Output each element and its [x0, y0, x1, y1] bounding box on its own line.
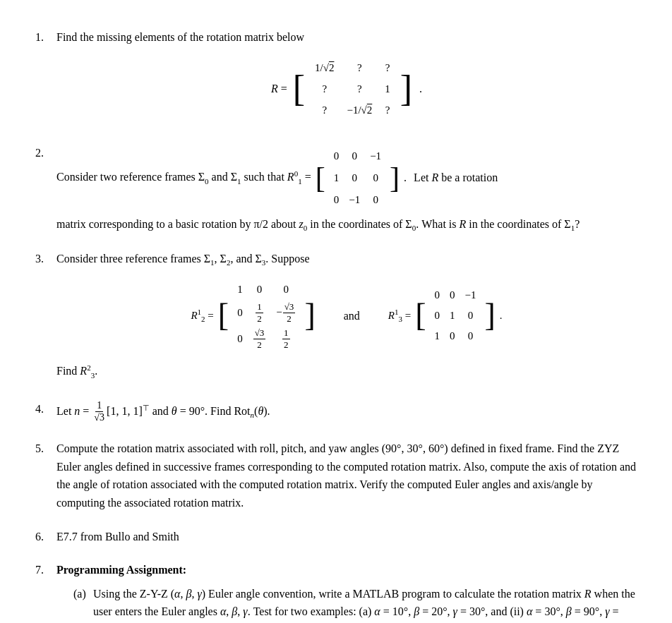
r3-right-bracket: ] — [485, 299, 496, 332]
period-3: . — [500, 307, 503, 324]
cell-2-1: ? — [322, 80, 327, 97]
problem-6-number: 6. — [35, 528, 52, 546]
problem-7: 7. Programming Assignment: (a) Using the… — [35, 561, 637, 623]
problem-1-text: Find the missing elements of the rotatio… — [56, 31, 304, 43]
r2-1-2: 0 — [257, 281, 263, 298]
right-bracket-2: ] — [390, 163, 400, 193]
right-bracket-1: ] — [400, 71, 412, 107]
problem-4-content: Let n = 1√3[1, 1, 1]⊤ and θ = 90°. Find … — [56, 400, 637, 425]
find-r23: Find R23. — [56, 362, 637, 382]
r3-2-1: 0 — [435, 307, 440, 324]
r2-left-bracket: [ — [218, 299, 229, 332]
r2-3-2: √32 — [253, 327, 267, 350]
r3-grid: 0 0 −1 0 1 0 1 0 0 — [431, 284, 481, 347]
problem-1: 1. Find the missing elements of the rota… — [35, 28, 637, 128]
r-label: R = — [271, 80, 287, 98]
problem-2-row: Consider two reference frames Σ0 and Σ1 … — [56, 144, 637, 212]
problem-7-header: Programming Assignment: — [56, 561, 637, 579]
problem-2-continued: matrix corresponding to a basic rotation… — [56, 215, 637, 235]
left-bracket-2: [ — [316, 163, 325, 193]
problem-1-matrix-eq: R = [ 1/√2 ? ? ? ? 1 ? −1/√2 ? ] . — [271, 56, 422, 121]
cell-2-2: ? — [357, 80, 362, 97]
r3-1-1: 0 — [435, 286, 440, 303]
cell-2-3: 1 — [385, 80, 390, 97]
m2-1-2: 0 — [352, 147, 357, 166]
cell-3-1: ? — [322, 102, 327, 119]
problem-2: 2. Consider two reference frames Σ0 and … — [35, 144, 637, 235]
programming-assignment-label: Programming Assignment: — [56, 564, 186, 576]
r2-grid: 1 0 0 0 12 −√32 0 √32 12 — [233, 278, 300, 353]
cell-1-2: ? — [357, 59, 362, 76]
r2-label-group: R12 = [ 1 0 0 0 12 −√32 0 √32 12 ] — [191, 278, 315, 353]
problem-6: 6. E7.7 from Bullo and Smith — [35, 528, 637, 546]
problem-5-number: 5. — [35, 440, 52, 458]
problem-1-number: 1. — [35, 28, 52, 47]
cell-1-1: 1/√2 — [315, 59, 334, 76]
m2-1-3: −1 — [370, 147, 381, 166]
period-2: . — [404, 168, 407, 188]
r3-1-2: 0 — [450, 286, 455, 303]
problem-5-content: Compute the rotation matrix associated w… — [56, 440, 637, 512]
r3-3-2: 0 — [450, 327, 455, 344]
r3-label-group: R13 = [ 0 0 −1 0 1 0 1 0 0 ] . — [388, 284, 503, 347]
cell-1-3: ? — [385, 59, 390, 76]
sub-a-label: (a) — [73, 585, 89, 623]
r3-1-3: −1 — [465, 286, 476, 303]
r3-3-1: 1 — [435, 327, 440, 344]
problem-2-number: 2. — [35, 144, 52, 162]
problem-3: 3. Consider three reference frames Σ1, Σ… — [35, 250, 637, 384]
r3-3-3: 0 — [468, 327, 474, 344]
problem-2-let: Let R be a rotation — [411, 168, 498, 188]
m2-2-1: 1 — [334, 169, 340, 188]
problem-7-number: 7. — [35, 561, 52, 579]
problem-2-intro: Consider two reference frames Σ0 and Σ1 … — [56, 167, 311, 188]
and-label-3: and — [344, 307, 360, 325]
problem-3-number: 3. — [35, 250, 52, 268]
cell-3-2: −1/√2 — [347, 102, 372, 119]
r2-2-2: 12 — [255, 301, 264, 324]
problem-3-matrices: R12 = [ 1 0 0 0 12 −√32 0 √32 12 ] — [56, 278, 637, 353]
problem-1-matrix-display: R = [ 1/√2 ? ? ? ? 1 ? −1/√2 ? ] . — [56, 56, 637, 121]
r3-label: R13 = — [388, 306, 411, 326]
r2-3-3: 12 — [282, 327, 291, 350]
r2-right-bracket: ] — [304, 299, 315, 332]
problem-5: 5. Compute the rotation matrix associate… — [35, 440, 637, 512]
problem-4: 4. Let n = 1√3[1, 1, 1]⊤ and θ = 90°. Fi… — [35, 400, 637, 425]
sub-a-text: Using the Z-Y-Z (α, β, γ) Euler angle co… — [93, 585, 637, 623]
r3-2-3: 0 — [468, 307, 474, 324]
matrix-2-grid: 0 0 −1 1 0 0 0 −1 0 — [330, 144, 385, 212]
r2-3-1: 0 — [237, 330, 243, 347]
m2-2-3: 0 — [373, 169, 378, 188]
problem-3-intro: Consider three reference frames Σ1, Σ2, … — [56, 250, 637, 270]
problem-1-content: Find the missing elements of the rotatio… — [56, 28, 637, 128]
sub-problem-a: (a) Using the Z-Y-Z (α, β, γ) Euler angl… — [73, 585, 637, 623]
r2-1-1: 1 — [237, 281, 243, 298]
left-bracket-1: [ — [293, 71, 305, 107]
problem-6-content: E7.7 from Bullo and Smith — [56, 528, 637, 546]
m2-3-2: −1 — [349, 190, 360, 210]
problem-4-number: 4. — [35, 400, 52, 418]
m2-3-3: 0 — [373, 190, 378, 210]
problem-5-text: Compute the rotation matrix associated w… — [56, 442, 636, 509]
r2-2-1: 0 — [237, 304, 243, 321]
m2-3-1: 0 — [334, 190, 340, 210]
r3-2-2: 1 — [450, 307, 455, 324]
problem-7-content: Programming Assignment: (a) Using the Z-… — [56, 561, 637, 623]
problem-3-content: Consider three reference frames Σ1, Σ2, … — [56, 250, 637, 384]
m2-2-2: 0 — [352, 169, 357, 188]
period-1: . — [419, 80, 422, 98]
r2-2-3: −√32 — [276, 301, 296, 324]
problem-6-text: E7.7 from Bullo and Smith — [56, 531, 179, 543]
r3-left-bracket: [ — [415, 299, 426, 332]
problem-2-content: Consider two reference frames Σ0 and Σ1 … — [56, 144, 637, 235]
r2-label: R12 = — [191, 306, 213, 326]
m2-1-1: 0 — [334, 147, 340, 166]
matrix-1-grid: 1/√2 ? ? ? ? 1 ? −1/√2 ? — [311, 56, 395, 121]
cell-3-3: ? — [385, 102, 390, 119]
r2-1-3: 0 — [284, 281, 289, 298]
problem-4-text: Let n = 1√3[1, 1, 1]⊤ and θ = 90°. Find … — [56, 405, 270, 417]
